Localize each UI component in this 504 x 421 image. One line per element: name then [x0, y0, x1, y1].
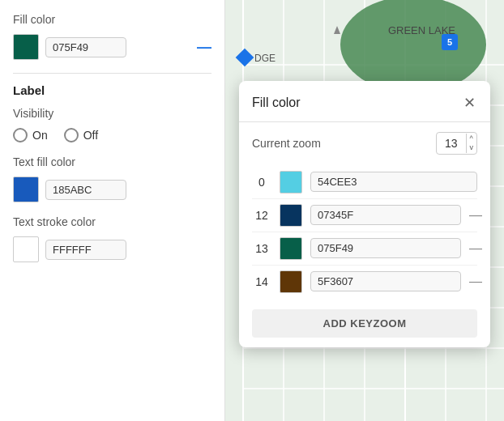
label-heading: Label — [13, 83, 211, 97]
section-divider — [13, 73, 211, 74]
keyzoom-row-14: 14 — — [252, 266, 477, 298]
fill-color-minus-icon[interactable]: — — [197, 39, 211, 56]
add-keyzoom-button[interactable]: ADD KEYZOOM — [252, 309, 477, 338]
keyzoom-zoom-14: 14 — [252, 275, 271, 288]
text-stroke-color-row — [13, 236, 211, 262]
left-panel: Fill color — Label Visibility On Off Tex… — [0, 0, 225, 421]
keyzoom-row-13: 13 — — [252, 232, 477, 266]
radio-off[interactable]: Off — [64, 128, 98, 142]
keyzoom-row-12: 12 — — [252, 199, 477, 232]
keyzoom-zoom-13: 13 — [252, 242, 271, 255]
zoom-control[interactable]: 13 ^ v — [436, 132, 477, 155]
keyzoom-hex-14[interactable] — [310, 271, 461, 291]
text-stroke-swatch[interactable] — [13, 236, 39, 262]
text-stroke-color-label: Text stroke color — [13, 215, 211, 228]
keyzoom-zoom-12: 12 — [252, 209, 271, 222]
zoom-row: Current zoom 13 ^ v — [252, 132, 477, 155]
keyzoom-dash-12[interactable]: — — [469, 208, 482, 223]
radio-off-label: Off — [83, 129, 98, 142]
zoom-down-arrow[interactable]: v — [470, 143, 474, 152]
green-lake-map-label: GREEN LAKE — [388, 24, 455, 36]
keyzoom-hex-12[interactable] — [310, 205, 461, 225]
text-stroke-input[interactable] — [45, 240, 126, 260]
keyzoom-swatch-13[interactable] — [280, 237, 302, 260]
fill-color-swatch[interactable] — [13, 34, 39, 60]
keyzoom-row-0: 0 — [252, 166, 477, 199]
visibility-label: Visibility — [13, 107, 211, 120]
keyzoom-zoom-0: 0 — [252, 176, 271, 189]
zoom-label: Current zoom — [252, 137, 321, 150]
fill-color-input[interactable] — [45, 37, 126, 57]
visibility-radio-group: On Off — [13, 128, 211, 142]
dge-map-label: DGE — [254, 53, 275, 64]
modal-title: Fill color — [252, 96, 301, 110]
radio-on[interactable]: On — [13, 128, 48, 142]
svg-marker-19 — [334, 26, 340, 34]
radio-on-circle[interactable] — [13, 128, 28, 142]
text-fill-input[interactable] — [45, 180, 126, 200]
fill-color-modal: Fill color ✕ Current zoom 13 ^ v 0 12 — — [239, 81, 490, 347]
svg-text:5: 5 — [447, 37, 452, 47]
keyzoom-swatch-0[interactable] — [280, 171, 302, 193]
text-fill-swatch[interactable] — [13, 176, 39, 202]
text-fill-color-row — [13, 176, 211, 202]
modal-close-button[interactable]: ✕ — [462, 94, 477, 112]
keyzoom-swatch-12[interactable] — [280, 204, 302, 227]
zoom-up-arrow[interactable]: ^ — [470, 134, 474, 143]
fill-color-label: Fill color — [13, 13, 211, 26]
keyzoom-swatch-14[interactable] — [280, 270, 302, 293]
zoom-arrows[interactable]: ^ v — [467, 133, 477, 154]
keyzoom-hex-0[interactable] — [310, 172, 477, 192]
fill-color-row: — — [13, 34, 211, 60]
radio-off-circle[interactable] — [64, 128, 79, 142]
zoom-value: 13 — [437, 134, 467, 153]
keyzoom-dash-13[interactable]: — — [469, 241, 482, 256]
radio-on-label: On — [32, 129, 48, 142]
modal-header: Fill color ✕ — [239, 81, 490, 122]
text-fill-color-label: Text fill color — [13, 155, 211, 168]
modal-body: Current zoom 13 ^ v 0 12 — 13 — — [239, 122, 490, 347]
keyzoom-dash-14[interactable]: — — [469, 274, 482, 289]
svg-point-16 — [340, 0, 486, 93]
keyzoom-hex-13[interactable] — [310, 238, 461, 258]
